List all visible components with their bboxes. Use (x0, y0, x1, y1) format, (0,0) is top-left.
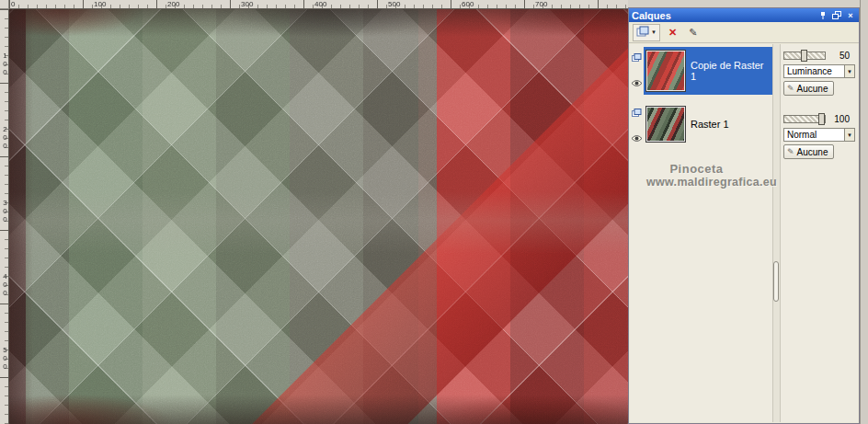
pane-splitter[interactable] (772, 44, 781, 422)
new-layer-button[interactable]: ▼ (633, 24, 660, 41)
layer-selection-area[interactable]: Copie de Raster 1 (644, 47, 772, 95)
watermark-line2: www.maldiregrafica.eu (646, 176, 747, 189)
dropdown-arrow-icon: ▼ (651, 29, 657, 35)
link-set-button[interactable]: ✎ Aucune (783, 144, 834, 159)
blend-mode-value: Normal (784, 129, 844, 141)
pin-icon[interactable] (817, 10, 828, 20)
ruler-top: 0 100 200 300 400 500 600 700 (9, 0, 628, 9)
opacity-value: 50 (829, 51, 850, 61)
ruler-label: 700 (535, 0, 547, 8)
palette-title: Calques (632, 9, 817, 22)
watermark: Pinoceta www.maldiregrafica.eu (646, 162, 747, 189)
right-edge-strip (860, 0, 868, 424)
blend-mode-select[interactable]: Normal ▼ (783, 128, 855, 142)
layer-type-icon (632, 105, 642, 121)
layer-thumbnail[interactable] (646, 51, 685, 91)
visibility-eye-icon[interactable] (631, 74, 643, 91)
ruler-label: 400 (0, 272, 9, 297)
combo-arrow-icon: ▼ (844, 129, 854, 141)
palette-toolbar: ▼ ✕ ✎ (629, 22, 859, 43)
ruler-label: 500 (388, 0, 400, 8)
canvas-workspace: 0 100 200 300 400 500 600 700 100 200 30… (0, 0, 628, 424)
ruler-label: 600 (462, 0, 474, 8)
brush-icon: ✎ (787, 84, 794, 93)
layer-properties-copie-de-raster-1: 50 Luminance ▼ ✎ Aucune (783, 49, 855, 96)
layer-thumbnail[interactable] (646, 107, 685, 142)
edit-selection-button[interactable]: ✎ (685, 24, 701, 41)
ruler-label: 0 (11, 0, 15, 8)
close-icon[interactable]: × (845, 10, 856, 20)
opacity-value: 100 (829, 114, 850, 124)
link-set-value: Aucune (797, 147, 828, 157)
layer-list: Copie de Raster 1 Raster 1 (630, 44, 772, 422)
layer-selection-area[interactable]: Raster 1 (644, 102, 772, 146)
delete-layer-button[interactable]: ✕ (665, 24, 680, 41)
visibility-eye-icon[interactable] (631, 130, 643, 146)
layer-properties-raster-1: 100 Normal ▼ ✎ Aucune (783, 112, 855, 159)
blend-mode-select[interactable]: Luminance ▼ (783, 64, 855, 78)
blend-mode-value: Luminance (784, 65, 844, 77)
combo-arrow-icon: ▼ (844, 65, 854, 77)
ruler-left: 100 200 300 400 500 (0, 9, 9, 424)
opacity-slider-handle[interactable] (818, 113, 825, 125)
brush-icon: ✎ (787, 147, 794, 156)
canvas-image[interactable] (9, 9, 628, 424)
layer-name: Raster 1 (691, 119, 729, 130)
new-layer-icon (636, 26, 649, 40)
edit-selection-icon: ✎ (689, 27, 697, 38)
ruler-label: 200 (0, 125, 9, 150)
palette-body: Copie de Raster 1 Raster 1 (630, 44, 858, 422)
ruler-label: 200 (167, 0, 179, 8)
restore-icon[interactable] (831, 10, 842, 20)
layers-palette: Calques × ▼ ✕ ✎ (628, 7, 860, 424)
splitter-handle[interactable] (773, 261, 779, 302)
layer-properties-pane: 50 Luminance ▼ ✎ Aucune 100 (782, 44, 857, 422)
layer-row-raster-1[interactable]: Raster 1 (630, 102, 772, 146)
opacity-slider-handle[interactable] (801, 50, 807, 62)
opacity-slider[interactable] (783, 115, 826, 123)
ruler-label: 100 (0, 52, 9, 76)
ruler-label: 100 (94, 0, 106, 8)
ruler-label: 300 (0, 199, 9, 223)
layer-type-icon (632, 50, 642, 66)
ruler-label: 500 (0, 346, 9, 371)
ruler-label: 300 (241, 0, 253, 8)
layer-name: Copie de Raster 1 (691, 60, 770, 82)
link-set-button[interactable]: ✎ Aucune (783, 81, 834, 96)
ruler-corner (0, 0, 9, 9)
watermark-line1: Pinoceta (646, 162, 747, 176)
opacity-slider[interactable] (783, 52, 826, 60)
noise-texture (9, 9, 628, 424)
layer-row-copie-de-raster-1[interactable]: Copie de Raster 1 (630, 47, 772, 95)
link-set-value: Aucune (797, 84, 828, 94)
palette-titlebar[interactable]: Calques × (629, 8, 859, 22)
delete-layer-icon: ✕ (668, 27, 677, 38)
ruler-label: 400 (314, 0, 326, 8)
